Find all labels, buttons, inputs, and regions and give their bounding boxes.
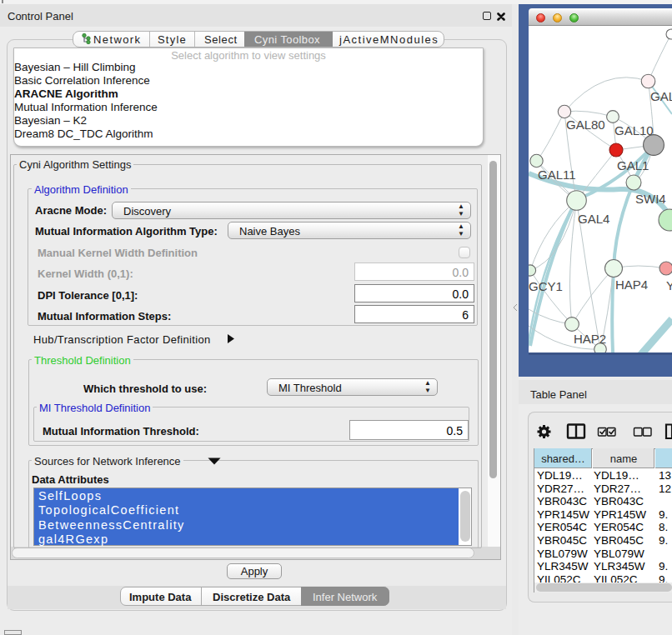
- svg-text:Y: Y: [666, 278, 672, 292]
- svg-text:GAL11: GAL11: [538, 168, 576, 182]
- svg-text:HAP4: HAP4: [615, 278, 648, 292]
- svg-text:GAL10: GAL10: [614, 123, 654, 138]
- svg-text:GAL4: GAL4: [578, 212, 609, 226]
- svg-text:GAL: GAL: [650, 89, 672, 103]
- svg-text:GAL1: GAL1: [617, 158, 649, 172]
- svg-text:SWI4: SWI4: [635, 192, 666, 206]
- svg-text:HAP2: HAP2: [574, 332, 606, 346]
- svg-text:GAL80: GAL80: [566, 118, 605, 132]
- svg-text:GCY1: GCY1: [529, 279, 563, 293]
